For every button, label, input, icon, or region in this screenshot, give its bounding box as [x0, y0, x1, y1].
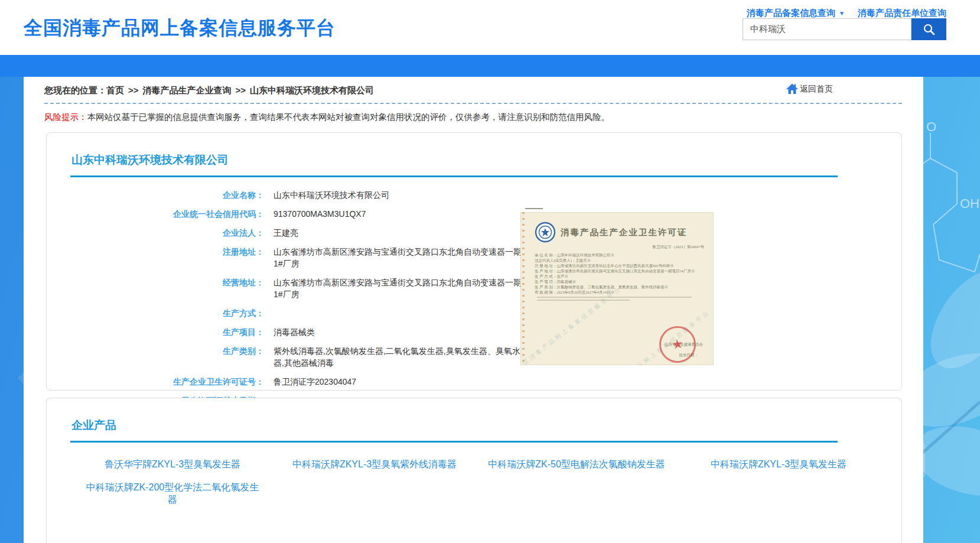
products-card-title: 企业产品: [47, 398, 901, 433]
field-value: 消毒器械类: [274, 326, 315, 338]
field-value: 91370700MA3M3U1QX7: [274, 208, 366, 220]
home-icon: [786, 83, 799, 95]
top-nav: 消毒产品备案信息查询 ▼ 消毒产品责任单位查询: [747, 8, 946, 19]
certificate-header: 消毒产品生产企业卫生许可证: [520, 212, 714, 244]
search-bar: [743, 18, 946, 40]
field-row: 生产项目：消毒器械类: [68, 326, 901, 338]
products-grid: 鲁沃华宇牌ZKYL-3型臭氧发生器 中科瑞沃牌ZKYL-3型臭氧紫外线消毒器 中…: [71, 458, 901, 506]
field-row: 生产类别：紫外线消毒器,次氯酸钠发生器,二氧化氯发生器,臭氧发生器、臭氧水发生器…: [68, 345, 901, 369]
field-value: 鲁卫消证字202304047: [274, 376, 356, 388]
main-panel: 您现在的位置：首页>>消毒产品生产企业查询>>山东中科瑞沃环境技术有限公司 返回…: [24, 77, 923, 543]
header-blue-band: [0, 55, 980, 77]
field-row: 企业名称：山东中科瑞沃环境技术有限公司: [68, 189, 901, 201]
dashed-divider: [44, 103, 902, 104]
chevron-down-icon: ▼: [839, 10, 845, 17]
breadcrumb-prefix: 您现在的位置：: [44, 85, 106, 95]
page-header: 全国消毒产品网上备案信息服务平台 消毒产品备案信息查询 ▼ 消毒产品责任单位查询: [0, 0, 980, 55]
field-label: 生产方式：: [68, 307, 264, 319]
product-link[interactable]: 中科瑞沃牌ZK-50型电解法次氯酸钠发生器: [488, 458, 665, 470]
field-label: 生产企业卫生许可证号：: [68, 376, 264, 388]
certificate-number: 鲁卫消证字（2023）第04047号: [520, 245, 714, 250]
field-value: 山东中科瑞沃环境技术有限公司: [274, 189, 389, 201]
company-fields: 企业名称：山东中科瑞沃环境技术有限公司 企业统一社会信用代码：91370700M…: [68, 189, 901, 407]
field-label: 企业统一社会信用代码：: [68, 208, 264, 220]
field-row: 企业统一社会信用代码：91370700MA3M3U1QX7: [68, 208, 901, 220]
field-label: 企业名称：: [68, 189, 264, 201]
site-title: 全国消毒产品网上备案信息服务平台: [24, 15, 336, 41]
field-row: 企业法人：王建亮: [68, 227, 901, 239]
field-label: 经营地址：: [68, 277, 264, 300]
field-row: 生产企业卫生许可证号：鲁卫消证字202304047: [68, 376, 901, 388]
field-row: 生产方式：: [68, 307, 901, 319]
breadcrumb: 您现在的位置：首页>>消毒产品生产企业查询>>山东中科瑞沃环境技术有限公司 返回…: [24, 77, 923, 96]
nav-link-record-info-query[interactable]: 消毒产品备案信息查询 ▼: [747, 8, 845, 19]
field-label: 生产类别：: [68, 345, 264, 369]
nav-link-responsible-unit-query[interactable]: 消毒产品责任单位查询: [858, 8, 946, 19]
svg-text:OH: OH: [960, 196, 979, 211]
breadcrumb-current: 山东中科瑞沃环境技术有限公司: [250, 85, 374, 95]
field-row: 经营地址：山东省潍坊市高新区潍安路与宝通街交叉路口东北角自动变速器一期项目1#厂…: [68, 277, 901, 300]
title-rule: [70, 441, 838, 443]
product-link[interactable]: 中科瑞沃牌ZKYL-3型臭氧发生器: [711, 458, 846, 470]
search-icon: [922, 22, 936, 37]
field-value: 王建亮: [274, 227, 298, 239]
hygiene-license-certificate-image: 全国消毒产品网上备案信息服务平台 全国消毒产品网上备案信息服务平台 消毒产品生产…: [520, 212, 714, 365]
certificate-title: 消毒产品生产企业卫生许可证: [561, 227, 688, 238]
product-link[interactable]: 中科瑞沃牌ZKYL-3型臭氧紫外线消毒器: [292, 458, 457, 470]
company-card-title: 山东中科瑞沃环境技术有限公司: [47, 133, 901, 168]
certificate-perforation: [522, 212, 525, 365]
breadcrumb-home[interactable]: 首页: [106, 85, 124, 95]
field-label: 注册地址：: [68, 246, 264, 269]
title-rule: [70, 175, 838, 177]
field-value: 山东省潍坊市高新区潍安路与宝通街交叉路口东北角自动变速器一期项目1#厂房: [274, 246, 546, 269]
risk-notice: 风险提示：本网站仅基于已掌握的信息提供查询服务，查询结果不代表本网站对被查询对象…: [44, 112, 923, 123]
field-value: 紫外线消毒器,次氯酸钠发生器,二氧化氯发生器,臭氧发生器、臭氧水发生器,其他器械…: [274, 345, 546, 369]
company-products-card: 企业产品 鲁沃华宇牌ZKYL-3型臭氧发生器 中科瑞沃牌ZKYL-3型臭氧紫外线…: [46, 398, 902, 543]
breadcrumb-enterprise-query[interactable]: 消毒产品生产企业查询: [143, 85, 232, 95]
product-link[interactable]: 中科瑞沃牌ZK-200型化学法二氧化氯发生器: [83, 481, 263, 506]
risk-notice-text: 本网站仅基于已掌握的信息提供查询服务，查询结果不代表本网站对被查询对象信用状况的…: [87, 112, 610, 122]
breadcrumb-separator: >>: [236, 85, 246, 95]
field-value: 山东省潍坊市高新区潍安路与宝通街交叉路口东北角自动变速器一期项目1#厂房: [274, 277, 546, 300]
field-label: 生产项目：: [68, 326, 264, 338]
certificate-top-dash: [525, 208, 543, 209]
company-info-card: 山东中科瑞沃环境技术有限公司 企业名称：山东中科瑞沃环境技术有限公司 企业统一社…: [46, 132, 902, 391]
search-button[interactable]: [911, 18, 946, 40]
product-link[interactable]: 鲁沃华宇牌ZKYL-3型臭氧发生器: [105, 458, 240, 470]
search-input[interactable]: [743, 18, 911, 40]
breadcrumb-separator: >>: [128, 85, 139, 95]
certificate-emblem-icon: [535, 222, 556, 243]
seal-star-icon: ★: [670, 336, 684, 353]
back-home-link[interactable]: 返回首页: [786, 83, 833, 95]
field-label: 企业法人：: [68, 227, 264, 239]
field-row: 注册地址：山东省潍坊市高新区潍安路与宝通街交叉路口东北角自动变速器一期项目1#厂…: [68, 246, 901, 269]
svg-text:O: O: [926, 119, 936, 134]
risk-notice-label: 风险提示：: [44, 112, 87, 122]
certificate-fine-print: [537, 297, 705, 301]
